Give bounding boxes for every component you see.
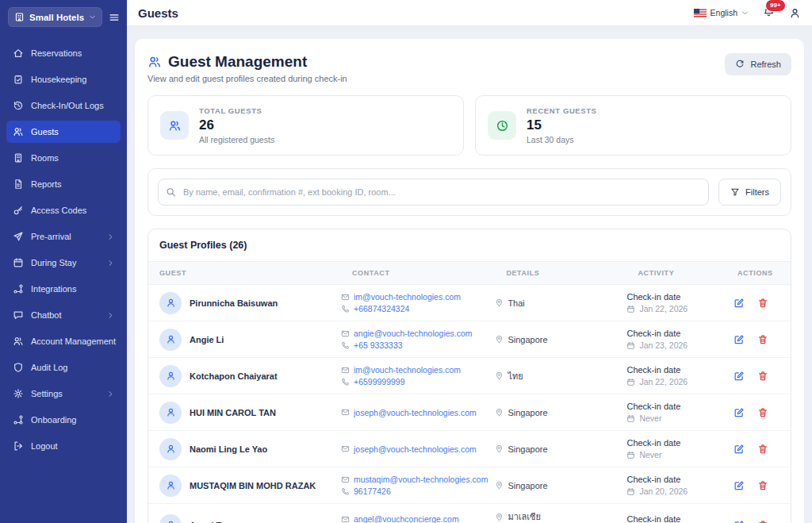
sidebar-item-access-codes[interactable]: Access Codes (6, 199, 121, 221)
column-header-activity: ACTIVITY (626, 262, 726, 284)
hotel-icon (14, 12, 25, 22)
building-icon (13, 152, 24, 163)
avatar (159, 402, 182, 424)
sidebar-item-label: Reservations (31, 48, 82, 58)
sidebar-header: Small Hotels (0, 0, 127, 37)
edit-guest-button[interactable] (733, 298, 745, 309)
delete-guest-button[interactable] (757, 298, 768, 309)
calendar-icon (626, 341, 635, 350)
edit-guest-button[interactable] (733, 480, 745, 491)
stats-row: TOTAL GUESTS 26 All registered guests RE… (147, 95, 791, 156)
sidebar-item-housekeeping[interactable]: Housekeeping (6, 68, 121, 90)
refresh-button[interactable]: Refresh (725, 53, 791, 75)
total-guests-card: TOTAL GUESTS 26 All registered guests (147, 95, 464, 156)
column-header-actions: ACTIONS (726, 262, 791, 284)
sidebar-item-label: Chatbot (31, 310, 62, 320)
chat-icon (13, 310, 24, 321)
pin-icon (495, 298, 504, 307)
sidebar-item-audit-log[interactable]: Audit Log (6, 356, 121, 379)
delete-guest-button[interactable] (757, 520, 768, 523)
sidebar-item-reports[interactable]: Reports (6, 173, 121, 195)
workspace-switcher[interactable]: Small Hotels (8, 7, 102, 27)
guest-phone-link[interactable]: +6599999999 (341, 377, 488, 386)
send-icon (13, 231, 24, 242)
home-icon (13, 48, 24, 59)
users-icon (13, 126, 24, 137)
sidebar-item-logout[interactable]: Logout (6, 435, 121, 457)
sidebar-item-integrations[interactable]: Integrations (6, 278, 121, 300)
filters-button[interactable]: Filters (718, 179, 781, 206)
user-icon (166, 444, 176, 454)
guest-email-link[interactable]: angel@vouchconcierge.com (341, 514, 488, 523)
sidebar-item-reservations[interactable]: Reservations (6, 42, 121, 64)
sidebar-item-pre-arrival[interactable]: Pre-arrival (6, 225, 121, 248)
guest-detail: มาเลเซีย (495, 510, 620, 523)
notifications-button[interactable]: 99+ (763, 6, 775, 21)
calendar-icon (626, 487, 635, 496)
sidebar-item-check-in-out-logs[interactable]: Check-In/Out Logs (6, 94, 121, 117)
edit-guest-button[interactable] (733, 444, 745, 455)
search-input[interactable] (158, 179, 709, 206)
guest-email-link[interactable]: joseph@vouch-technologies.com (341, 408, 488, 417)
sidebar-item-label: Access Codes (31, 206, 86, 215)
edit-guest-button[interactable] (733, 520, 745, 523)
sidebar-item-during-stay[interactable]: During Stay (6, 252, 121, 274)
delete-guest-button[interactable] (757, 480, 768, 491)
avatar (159, 329, 182, 351)
integration-icon (13, 414, 24, 425)
menu-toggle-icon[interactable] (109, 12, 120, 23)
sidebar-item-guests[interactable]: Guests (6, 121, 121, 143)
delete-guest-button[interactable] (757, 371, 768, 382)
edit-guest-button[interactable] (733, 334, 745, 345)
edit-guest-button[interactable] (733, 371, 745, 382)
guest-details: Singapore (495, 408, 626, 417)
guests-icon (147, 55, 162, 69)
language-label: English (710, 8, 737, 17)
page-title: Guest Management (168, 53, 307, 71)
guest-email-link[interactable]: im@vouch-technologies.com (341, 365, 488, 375)
guest-name: Pirunnicha Baisuwan (190, 298, 278, 308)
column-header-guest: GUEST (148, 262, 341, 284)
users-icon (160, 111, 189, 140)
guest-contact: joseph@vouch-technologies.com (341, 408, 495, 417)
envelope-icon (341, 408, 350, 417)
edit-guest-button[interactable] (733, 407, 745, 418)
guest-email-link[interactable]: angie@vouch-technologies.com (341, 329, 488, 338)
guest-phone-link[interactable]: 96177426 (341, 486, 488, 496)
search-icon (166, 187, 176, 198)
sidebar-item-label: Account Management (31, 336, 116, 346)
sidebar-item-chatbot[interactable]: Chatbot (6, 304, 121, 326)
guest-contact: im@vouch-technologies.com+66874324324 (341, 292, 495, 313)
guest-phone-link[interactable]: +65 9333333 (341, 340, 488, 350)
checkin-label: Check-in date (626, 329, 726, 338)
sidebar-item-rooms[interactable]: Rooms (6, 147, 121, 169)
checkin-date: Jan 22, 2026 (639, 377, 688, 386)
table-row: Pirunnicha Baisuwan im@vouch-technologie… (148, 285, 791, 321)
logout-icon (13, 440, 24, 452)
sidebar-item-onboarding[interactable]: Onboarding (6, 409, 121, 431)
sidebar-item-settings[interactable]: Settings (6, 383, 121, 405)
language-selector[interactable]: English (694, 8, 749, 17)
guest-email-link[interactable]: joseph@vouch-technologies.com (341, 444, 488, 454)
guest-details: มาเลเซียนักบัญชี (495, 510, 626, 523)
search-box (158, 179, 709, 206)
delete-guest-button[interactable] (757, 444, 768, 455)
delete-guest-button[interactable] (757, 334, 768, 345)
sidebar-item-label: During Stay (31, 258, 76, 267)
guest-email-link[interactable]: mustaqim@vouch-technologies.com (341, 475, 488, 484)
topbar-actions: English 99+ (694, 6, 801, 21)
user-profile-icon[interactable] (789, 7, 801, 19)
guest-details: Singapore (495, 335, 626, 344)
phone-icon (341, 487, 350, 496)
guest-phone-link[interactable]: +66874324324 (341, 304, 488, 313)
sidebar-item-account-management[interactable]: Account Management (6, 330, 121, 352)
chevron-down-icon (89, 13, 96, 21)
table-row: HUI MIN CAROL TAN joseph@vouch-technolog… (148, 394, 791, 431)
report-icon (13, 179, 24, 190)
key-icon (13, 205, 24, 216)
guest-table-body: Pirunnicha Baisuwan im@vouch-technologie… (148, 285, 791, 523)
avatar (159, 292, 182, 314)
pin-icon (495, 335, 504, 344)
guest-email-link[interactable]: im@vouch-technologies.com (341, 292, 488, 302)
delete-guest-button[interactable] (757, 407, 768, 418)
